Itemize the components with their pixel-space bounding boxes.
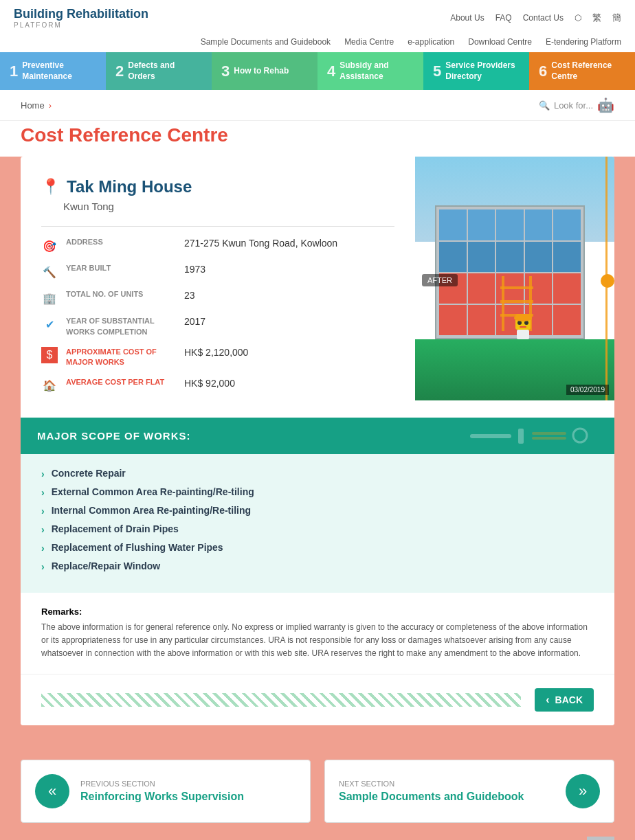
- svg-rect-6: [517, 330, 529, 339]
- breadcrumb: Home ›: [21, 100, 52, 111]
- main-content: 📍 Tak Ming House Kwun Tong 🎯 ADDRESS 271…: [0, 157, 635, 746]
- etendering-link[interactable]: E-tendering Platform: [546, 37, 621, 47]
- lang-simp[interactable]: 簡: [612, 12, 621, 24]
- sample-docs-link[interactable]: Sample Documents and Guidebook: [201, 37, 331, 47]
- page-title-area: Cost Reference Centre: [0, 121, 635, 157]
- next-section-card[interactable]: NEXT SECTION Sample Documents and Guideb…: [324, 760, 614, 823]
- eapp-link[interactable]: e-application: [408, 37, 454, 47]
- lang-trad[interactable]: 繁: [592, 12, 601, 24]
- contact-us-link[interactable]: Contact Us: [523, 13, 564, 23]
- address-value: 271-275 Kwun Tong Road, Kowloon: [184, 238, 337, 249]
- prev-section-text: PREVIOUS SECTION Reinforcing Works Super…: [80, 780, 244, 803]
- units-value: 23: [184, 290, 195, 301]
- scope-item-4: › Replacement of Drain Pipes: [41, 523, 594, 535]
- nav-label-3: How to Rehab: [234, 66, 289, 77]
- look-for: 🔍 Look for... 🤖: [539, 97, 614, 113]
- nav-item-preventive[interactable]: 1 PreventiveMaintenance: [0, 52, 106, 90]
- scope-arrow-6: ›: [41, 561, 45, 572]
- nav-num-5: 5: [433, 63, 441, 80]
- scope-arrow-1: ›: [41, 468, 45, 479]
- approx-cost-value: HK$ 2,120,000: [184, 347, 248, 358]
- completion-icon: ✔: [41, 316, 58, 332]
- info-year-built: 🔨 YEAR BUILT 1973: [41, 264, 394, 280]
- date-label: 03/02/2019: [566, 385, 609, 395]
- media-centre-link[interactable]: Media Centre: [344, 37, 394, 47]
- next-section-text: NEXT SECTION Sample Documents and Guideb…: [339, 780, 524, 803]
- prev-section-btn[interactable]: «: [35, 774, 69, 808]
- next-section-name: Sample Documents and Guidebook: [339, 791, 524, 803]
- prev-section-card[interactable]: « PREVIOUS SECTION Reinforcing Works Sup…: [21, 760, 311, 823]
- next-section-btn[interactable]: »: [566, 774, 600, 808]
- scope-label-5: Replacement of Flushing Water Pipes: [52, 542, 223, 553]
- section-nav: « PREVIOUS SECTION Reinforcing Works Sup…: [0, 746, 635, 837]
- nav-num-1: 1: [10, 63, 18, 80]
- scope-item-1: › Concrete Repair: [41, 468, 594, 479]
- scope-arrow-3: ›: [41, 506, 45, 517]
- breadcrumb-home[interactable]: Home: [21, 100, 45, 111]
- nav-item-cost[interactable]: 6 Cost ReferenceCentre: [529, 52, 635, 90]
- scope-label-2: External Common Area Re-painting/Re-tili…: [52, 486, 254, 497]
- scope-label-3: Internal Common Area Re-painting/Re-tili…: [52, 505, 251, 516]
- remarks-text: The above information is for general ref…: [41, 621, 594, 661]
- avg-cost-label: AVERAGE COST PER FLAT: [66, 378, 176, 386]
- logo-title: Building Rehabilitation: [14, 7, 148, 21]
- nav-num-3: 3: [221, 63, 230, 80]
- scope-item-3: › Internal Common Area Re-painting/Re-ti…: [41, 505, 594, 517]
- svg-point-7: [517, 321, 522, 325]
- scope-header: MAJOR SCOPE OF WORKS:: [21, 418, 614, 454]
- content-card: 📍 Tak Ming House Kwun Tong 🎯 ADDRESS 271…: [21, 157, 614, 725]
- back-label: BACK: [555, 694, 583, 705]
- year-built-icon: 🔨: [41, 264, 58, 280]
- building-image: AFTER 03/02/2019: [415, 157, 614, 418]
- year-built-label: YEAR BUILT: [66, 264, 176, 272]
- download-link[interactable]: Download Centre: [468, 37, 532, 47]
- pin-icon: 📍: [41, 178, 60, 196]
- info-address: 🎯 ADDRESS 271-275 Kwun Tong Road, Kowloo…: [41, 238, 394, 254]
- approx-cost-label: APPROXIMATE COST OF MAJOR WORKS: [66, 347, 176, 368]
- nav-label-4: Subsidy andAssistance: [339, 60, 388, 82]
- svg-rect-2: [500, 286, 533, 289]
- page-title: Cost Reference Centre: [21, 124, 614, 146]
- nav-item-subsidy[interactable]: 4 Subsidy andAssistance: [318, 52, 423, 90]
- scroll-top-btn[interactable]: ▲: [587, 837, 614, 840]
- look-for-label: Look for...: [554, 100, 593, 111]
- subscription-area: Subscription › ▲: [0, 837, 635, 840]
- diagonal-pattern: [41, 693, 521, 707]
- prev-section-name: Reinforcing Works Supervision: [80, 791, 244, 803]
- completion-label: YEAR OF SUBSTANTIAL WORKS COMPLETION: [66, 316, 176, 337]
- svg-rect-11: [515, 314, 531, 319]
- prev-section-label: PREVIOUS SECTION: [80, 780, 244, 788]
- back-button[interactable]: ‹ BACK: [535, 688, 594, 712]
- after-label: AFTER: [422, 274, 458, 286]
- faq-link[interactable]: FAQ: [495, 13, 512, 23]
- logo: Building Rehabilitation PLATFORM: [14, 7, 148, 29]
- svg-point-8: [524, 321, 528, 325]
- info-units: 🏢 TOTAL NO. OF UNITS 23: [41, 290, 394, 306]
- nav-label-1: PreventiveMaintenance: [22, 60, 72, 82]
- logo-sub: PLATFORM: [14, 21, 148, 29]
- svg-rect-12: [470, 434, 511, 438]
- approx-cost-icon: $: [41, 347, 58, 363]
- nav-item-providers[interactable]: 5 Service ProvidersDirectory: [423, 52, 529, 90]
- share-icon[interactable]: ⬡: [575, 13, 581, 23]
- address-icon: 🎯: [41, 238, 58, 254]
- header-links: About Us FAQ Contact Us ⬡ 繁 簡: [450, 12, 621, 24]
- scope-label-4: Replacement of Drain Pipes: [52, 523, 179, 534]
- svg-point-16: [573, 429, 587, 442]
- scope-label-1: Concrete Repair: [52, 468, 126, 479]
- units-label: TOTAL NO. OF UNITS: [66, 290, 176, 298]
- scope-arrow-5: ›: [41, 543, 45, 554]
- scope-body: › Concrete Repair › External Common Area…: [21, 454, 614, 593]
- about-us-link[interactable]: About Us: [450, 13, 484, 23]
- info-approx-cost: $ APPROXIMATE COST OF MAJOR WORKS HK$ 2,…: [41, 347, 394, 368]
- address-label: ADDRESS: [66, 238, 176, 246]
- year-built-value: 1973: [184, 264, 205, 275]
- completion-value: 2017: [184, 316, 205, 327]
- avg-cost-value: HK$ 92,000: [184, 378, 235, 389]
- nav-item-rehab[interactable]: 3 How to Rehab: [212, 52, 318, 90]
- scope-item-5: › Replacement of Flushing Water Pipes: [41, 542, 594, 554]
- nav-num-4: 4: [327, 63, 335, 80]
- nav-label-6: Cost ReferenceCentre: [551, 60, 612, 82]
- nav-item-defects[interactable]: 2 Defects andOrders: [106, 52, 212, 90]
- building-photo: AFTER 03/02/2019: [415, 157, 614, 400]
